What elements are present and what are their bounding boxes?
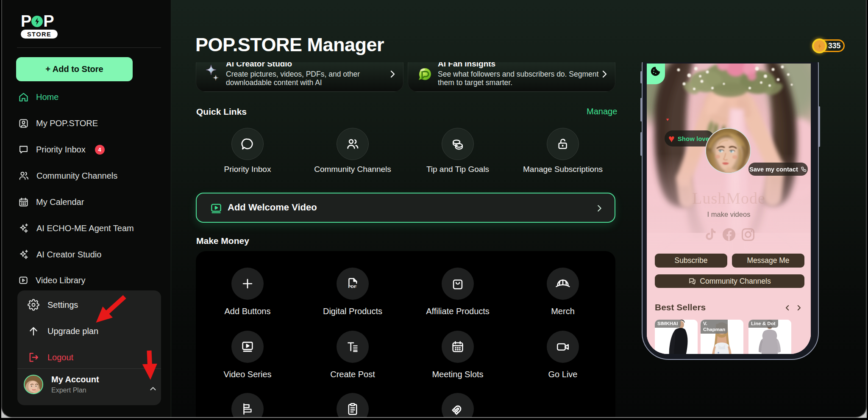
svg-text:PDF: PDF	[348, 284, 357, 289]
